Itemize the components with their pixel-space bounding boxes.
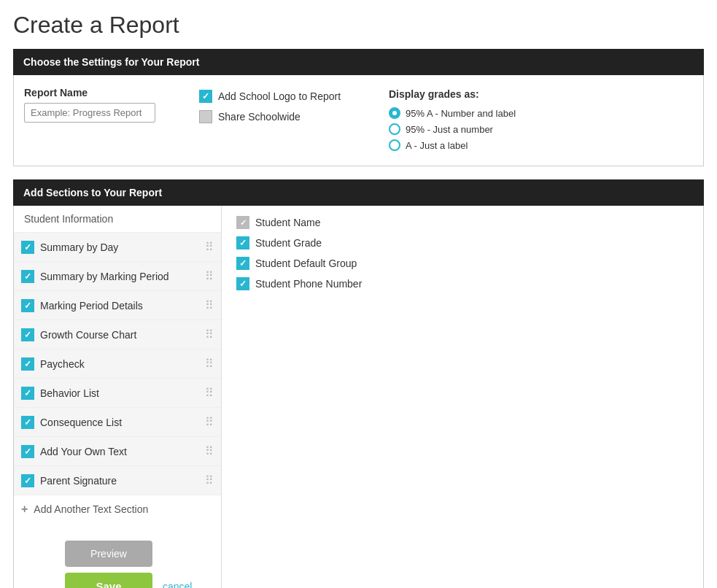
section-checkbox-2[interactable] xyxy=(21,299,34,312)
grade-option-1[interactable]: 95% A - Number and label xyxy=(389,107,516,119)
student-default-group-label: Student Default Group xyxy=(255,258,357,269)
sections-header: Add Sections to Your Report xyxy=(13,179,704,206)
sections-right: Student Name Student Grade Student Defau… xyxy=(222,206,703,588)
student-name-label: Student Name xyxy=(255,217,321,228)
student-name-checkbox[interactable] xyxy=(236,216,249,229)
grade-option-2-label: 95% - Just a number xyxy=(406,124,493,135)
grade-radio-1[interactable] xyxy=(389,107,400,119)
drag-handle-6[interactable]: ⠿ xyxy=(205,415,214,429)
section-checkbox-8[interactable] xyxy=(21,474,34,487)
preview-button[interactable]: Preview xyxy=(65,541,152,567)
drag-handle-7[interactable]: ⠿ xyxy=(205,444,214,458)
grade-option-2[interactable]: 95% - Just a number xyxy=(389,123,516,135)
student-info-row-0[interactable]: Student Name xyxy=(236,216,689,229)
section-checkbox-3[interactable] xyxy=(21,328,34,341)
display-grades-block: Display grades as: 95% A - Number and la… xyxy=(389,87,516,151)
list-item[interactable]: Consequence List ⠿ xyxy=(14,408,221,437)
cancel-button[interactable]: cancel xyxy=(163,581,192,589)
share-schoolwide-label: Share Schoolwide xyxy=(218,111,301,123)
sections-section: Add Sections to Your Report Student Info… xyxy=(13,179,704,588)
settings-header: Choose the Settings for Your Report xyxy=(13,49,704,75)
grade-radio-2[interactable] xyxy=(389,123,400,135)
student-information-item: Student Information xyxy=(14,206,221,233)
student-grade-checkbox[interactable] xyxy=(236,236,249,249)
grade-option-3-label: A - Just a label xyxy=(406,140,468,151)
grade-option-1-label: 95% A - Number and label xyxy=(406,108,516,119)
share-schoolwide-row[interactable]: Share Schoolwide xyxy=(199,110,360,123)
drag-handle-0[interactable]: ⠿ xyxy=(205,240,214,254)
list-item[interactable]: Paycheck ⠿ xyxy=(14,349,221,379)
list-item[interactable]: Behavior List ⠿ xyxy=(14,379,221,408)
student-info-row-3[interactable]: Student Phone Number xyxy=(236,277,689,290)
student-info-checkboxes: Student Name Student Grade Student Defau… xyxy=(236,216,689,290)
section-label-8: Parent Signature xyxy=(40,475,117,487)
add-logo-checkbox[interactable] xyxy=(199,90,212,103)
student-default-group-checkbox[interactable] xyxy=(236,257,249,270)
student-info-row-2[interactable]: Student Default Group xyxy=(236,257,689,270)
drag-handle-8[interactable]: ⠿ xyxy=(205,473,214,487)
student-grade-label: Student Grade xyxy=(255,237,322,249)
grade-radio-3[interactable] xyxy=(389,139,400,151)
add-logo-row[interactable]: Add School Logo to Report xyxy=(199,90,360,103)
section-label-0: Summary by Day xyxy=(40,241,118,253)
section-checkbox-7[interactable] xyxy=(21,445,34,458)
settings-section: Choose the Settings for Your Report Repo… xyxy=(13,49,704,166)
drag-handle-4[interactable]: ⠿ xyxy=(205,357,214,371)
section-label-4: Paycheck xyxy=(40,358,85,370)
section-label-3: Growth Course Chart xyxy=(40,329,136,341)
page-title: Create a Report xyxy=(13,12,704,39)
section-checkbox-4[interactable] xyxy=(21,357,34,371)
save-button[interactable]: Save xyxy=(65,573,152,588)
share-schoolwide-checkbox[interactable] xyxy=(199,110,212,123)
section-checkbox-6[interactable] xyxy=(21,416,34,429)
section-checkbox-5[interactable] xyxy=(21,387,34,400)
add-icon: + xyxy=(21,503,28,516)
section-label-2: Marking Period Details xyxy=(40,300,143,312)
sections-panel: Student Information Summary by Day ⠿ Sum… xyxy=(13,206,704,588)
sections-left: Student Information Summary by Day ⠿ Sum… xyxy=(14,206,222,588)
section-checkbox-0[interactable] xyxy=(21,241,34,254)
list-item[interactable]: Add Your Own Text ⠿ xyxy=(14,437,221,466)
report-name-block: Report Name xyxy=(24,87,170,123)
bottom-buttons: Preview Save cancel xyxy=(14,541,221,588)
display-grades-title: Display grades as: xyxy=(389,88,516,100)
drag-handle-2[interactable]: ⠿ xyxy=(205,298,214,312)
drag-handle-1[interactable]: ⠿ xyxy=(205,269,214,283)
save-cancel-row: Save cancel xyxy=(65,573,192,588)
section-label-7: Add Your Own Text xyxy=(40,446,127,457)
settings-panel: Report Name Add School Logo to Report Sh… xyxy=(13,75,704,166)
add-logo-label: Add School Logo to Report xyxy=(218,90,341,102)
section-label-6: Consequence List xyxy=(40,417,122,428)
section-checkbox-1[interactable] xyxy=(21,270,34,283)
section-label-1: Summary by Marking Period xyxy=(40,271,169,282)
list-item[interactable]: Growth Course Chart ⠿ xyxy=(14,320,221,349)
list-item[interactable]: Marking Period Details ⠿ xyxy=(14,291,221,320)
drag-handle-5[interactable]: ⠿ xyxy=(205,386,214,400)
drag-handle-3[interactable]: ⠿ xyxy=(205,328,214,341)
list-item[interactable]: Summary by Day ⠿ xyxy=(14,233,221,262)
add-another-label: Add Another Text Section xyxy=(34,503,148,515)
student-phone-label: Student Phone Number xyxy=(255,278,362,290)
list-item[interactable]: Parent Signature ⠿ xyxy=(14,466,221,495)
add-another-section[interactable]: + Add Another Text Section xyxy=(14,495,221,523)
section-label-5: Behavior List xyxy=(40,387,99,399)
report-name-label: Report Name xyxy=(24,87,170,98)
logo-options: Add School Logo to Report Share Schoolwi… xyxy=(199,87,360,123)
student-info-row-1[interactable]: Student Grade xyxy=(236,236,689,249)
report-name-input[interactable] xyxy=(24,103,155,123)
student-phone-checkbox[interactable] xyxy=(236,277,249,290)
list-item[interactable]: Summary by Marking Period ⠿ xyxy=(14,262,221,291)
grade-option-3[interactable]: A - Just a label xyxy=(389,139,516,151)
